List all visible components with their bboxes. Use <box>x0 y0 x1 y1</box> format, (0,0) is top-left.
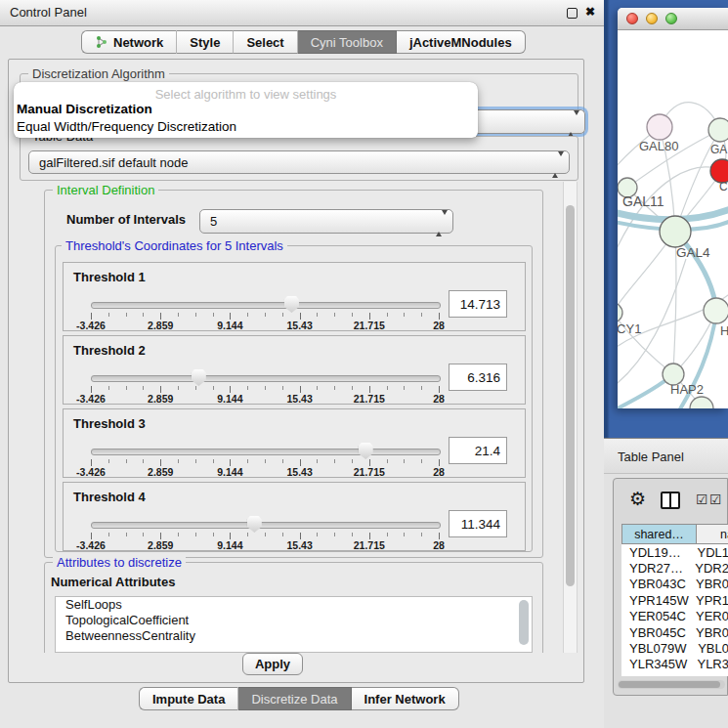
threshold-slider-1[interactable]: -3.4262.8599.14415.4321.71528 <box>89 296 441 331</box>
minimize-traffic-light-icon[interactable] <box>646 13 658 24</box>
cell-name[interactable]: YIL0 <box>697 673 725 676</box>
threshold-3-value-input[interactable] <box>449 437 507 464</box>
attribute-item-selfloops[interactable]: SelfLoops <box>56 597 532 613</box>
bottom-tab-impute-data-label: Impute Data <box>152 692 225 707</box>
cell-name[interactable]: YER0 <box>694 609 728 623</box>
cell-name[interactable]: YPR1 <box>694 593 728 608</box>
tab-select[interactable]: Select <box>234 30 297 54</box>
threshold-label: Threshold 3 <box>73 416 146 431</box>
cell-name[interactable]: YLR3 <box>695 657 728 671</box>
table-row[interactable]: YLR345WYLR3 <box>621 657 728 672</box>
tick-mark <box>108 313 109 317</box>
list-scrollbar-thumb[interactable] <box>519 600 529 645</box>
gear-icon[interactable]: ⚙ <box>629 488 646 510</box>
tick-mark <box>213 533 214 536</box>
bottom-tab-infer-network[interactable]: Infer Network <box>352 687 459 710</box>
zoom-traffic-light-icon[interactable] <box>665 13 677 24</box>
close-icon[interactable]: ✖ <box>585 5 595 19</box>
apply-button[interactable]: Apply <box>242 653 303 675</box>
bottom-tab-discretize-data[interactable]: Discretize Data <box>238 687 351 710</box>
numerical-attributes-list[interactable]: SelfLoopsTopologicalCoefficientBetweenne… <box>55 596 533 653</box>
cell-name[interactable]: YBR0 <box>694 625 728 640</box>
tick-mark <box>300 386 301 393</box>
tick-mark <box>195 459 196 463</box>
slider-track[interactable] <box>91 302 441 309</box>
slider-thumb[interactable] <box>359 443 373 459</box>
tick-mark <box>143 313 144 317</box>
table-horizontal-scrollbar-thumb[interactable] <box>619 681 720 688</box>
scale-label: 9.144 <box>217 539 242 551</box>
tab-cyni-toolbox[interactable]: Cyni Toolbox <box>298 30 397 54</box>
tab-style[interactable]: Style <box>177 30 234 54</box>
cell-shared-name[interactable]: YBR045C <box>621 625 694 640</box>
cell-shared-name[interactable]: YBL079W <box>621 641 696 656</box>
number-of-intervals-select[interactable]: 5 <box>199 209 453 234</box>
threshold-1-value-input[interactable] <box>449 290 507 318</box>
slider-thumb[interactable] <box>284 296 299 313</box>
network-node-node-right-mid[interactable] <box>704 298 728 323</box>
network-node-gal80[interactable] <box>647 114 672 140</box>
network-node-gal4[interactable] <box>660 216 691 247</box>
column-header-na[interactable]: na <box>697 524 728 544</box>
checkbox-icon[interactable]: ☑ <box>709 492 722 507</box>
slider-track[interactable] <box>91 522 441 529</box>
table-row[interactable]: YDL19…YDL1 <box>621 544 728 560</box>
threshold-slider-2[interactable]: -3.4262.8599.14415.4321.71528 <box>89 369 441 405</box>
table-row[interactable]: YBR045CYBR0 <box>621 624 728 640</box>
threshold-2-value-input[interactable] <box>449 364 507 391</box>
tab-jactivemnodules[interactable]: jActiveMNodules <box>397 30 526 54</box>
cell-name[interactable]: YBL0 <box>696 641 728 656</box>
dropdown-option-equal-width-frequency[interactable]: Equal Width/Frequency Discretization <box>17 119 236 134</box>
table-row[interactable]: YBL079WYBL0 <box>621 640 728 656</box>
dropdown-option-manual-discretization[interactable]: Manual Discretization <box>17 102 152 116</box>
cell-shared-name[interactable]: YBR043C <box>621 577 694 591</box>
attribute-item-betweennesscentrality[interactable]: BetweennessCentrality <box>56 628 532 644</box>
control-panel-titlebar[interactable]: Control Panel ✖ <box>0 0 604 26</box>
scale-label: 15.43 <box>286 539 312 551</box>
float-window-icon[interactable] <box>567 8 578 19</box>
cell-shared-name[interactable]: YLR345W <box>621 657 695 671</box>
network-node-label: GCY1 <box>618 321 641 336</box>
slider-thumb[interactable] <box>192 369 206 386</box>
threshold-4-value-input[interactable] <box>449 510 507 537</box>
table-row[interactable]: YDR27…YDR2 <box>621 560 728 576</box>
checkbox-icon[interactable]: ☑ <box>696 492 708 507</box>
threshold-slider-4[interactable]: -3.4262.8599.14415.4321.71528 <box>89 516 441 551</box>
network-node-node-bottom[interactable] <box>690 397 713 408</box>
network-window-titlebar[interactable] <box>618 8 728 30</box>
tick-mark <box>247 386 248 390</box>
table-row[interactable]: YER054CYER0 <box>621 609 728 624</box>
network-node-node-top-right[interactable] <box>708 118 728 142</box>
tick-mark <box>439 313 440 320</box>
bottom-tab-impute-data[interactable]: Impute Data <box>139 687 238 710</box>
cell-shared-name[interactable]: YDR27… <box>621 561 693 576</box>
cell-shared-name[interactable]: YER054C <box>621 609 694 623</box>
slider-thumb[interactable] <box>247 516 262 533</box>
network-node-label: GAL80 <box>639 139 678 153</box>
network-graph-canvas[interactable]: GAL80GAGAL11CGAL4GCY1HHAP2 <box>618 29 728 408</box>
cell-name[interactable]: YBR0 <box>694 577 728 591</box>
cell-name[interactable]: YDR2 <box>693 561 728 576</box>
slider-track[interactable] <box>91 375 441 382</box>
table-row[interactable]: YIL052CYIL0 <box>621 672 728 676</box>
attribute-item-topologicalcoefficient[interactable]: TopologicalCoefficient <box>56 613 532 628</box>
close-traffic-light-icon[interactable] <box>626 13 638 24</box>
column-header-shared[interactable]: shared… <box>621 524 697 544</box>
table-horizontal-scrollbar[interactable] <box>618 680 725 689</box>
table-data-select[interactable]: galFiltered.sif default node <box>28 150 570 174</box>
slider-track[interactable] <box>91 449 441 455</box>
settings-scrollbar-thumb[interactable] <box>566 205 575 586</box>
cell-shared-name[interactable]: YPR145W <box>621 593 694 608</box>
cell-shared-name[interactable]: YIL052C <box>621 673 697 676</box>
scale-label: -3.426 <box>76 466 106 478</box>
tab-network[interactable]: Network <box>81 30 177 54</box>
network-node-gcy1[interactable] <box>618 303 622 322</box>
threshold-slider-3[interactable]: -3.4262.8599.14415.4321.71528 <box>89 443 441 478</box>
cell-name[interactable]: YDL1 <box>695 545 728 560</box>
table-row[interactable]: YBR043CYBR0 <box>621 577 728 592</box>
settings-scrollbar[interactable] <box>563 182 578 653</box>
cell-shared-name[interactable]: YDL19… <box>621 545 695 560</box>
table-row[interactable]: YPR145WYPR1 <box>621 592 728 608</box>
table-panel-titlebar[interactable]: Table Panel <box>604 438 728 474</box>
columns-icon[interactable] <box>661 492 680 509</box>
